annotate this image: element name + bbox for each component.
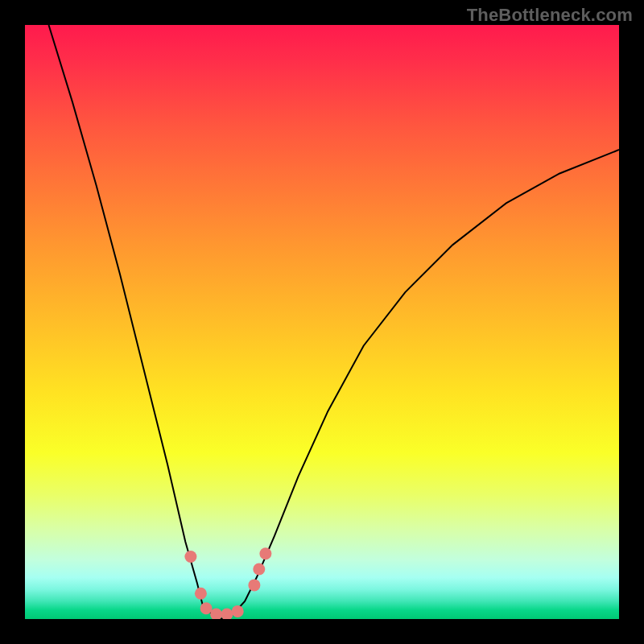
curve-marker [195,588,207,600]
chart-frame: TheBottleneck.com [0,0,644,644]
curve-marker [259,547,271,559]
plot-area [25,25,619,619]
curve-marker [248,579,260,591]
curve-layer [25,25,619,619]
curve-marker [221,609,233,619]
bottleneck-curve [49,25,620,619]
watermark-text: TheBottleneck.com [467,5,633,26]
curve-marker [253,564,265,576]
curve-marker [200,602,213,614]
curve-marker [232,605,244,617]
curve-marker [184,551,196,563]
